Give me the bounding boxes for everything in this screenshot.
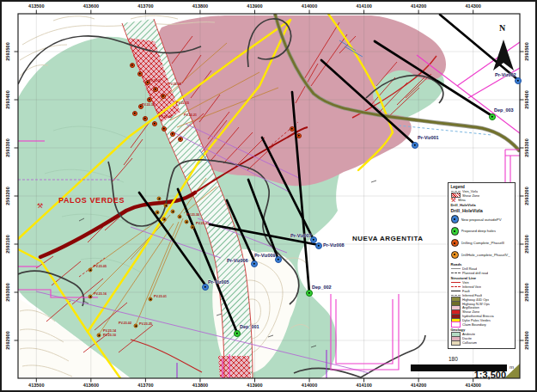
drill-hole-dot-core xyxy=(179,216,180,217)
legend-swatch-line-icon xyxy=(451,295,461,296)
legend-item: ⚒Mina xyxy=(451,198,513,202)
drill-hole-dot xyxy=(162,217,167,222)
drill-hole-dot-pr-viz009 xyxy=(275,256,282,263)
axis-label-right: 2593300 xyxy=(524,138,529,156)
axis-label-bottom: 413600 xyxy=(83,383,99,388)
legend-point-core xyxy=(454,230,455,232)
drill-hole-id-label: PV-23-01 xyxy=(154,295,167,298)
drill-hole-dot xyxy=(152,121,157,126)
drill-hole-dot-core xyxy=(89,296,91,297)
scale-ratio: 1:3,500 xyxy=(429,370,506,380)
drill-hole-id-label: PV-23-16 xyxy=(94,292,107,296)
drill-hole-dot-pr-viz002 xyxy=(515,77,522,84)
axis-label-left: 2593300 xyxy=(5,138,10,156)
legend-swatch-line-icon xyxy=(451,286,461,287)
legend-item: Planned drill road xyxy=(451,271,513,275)
drill-hole-dot-core xyxy=(98,334,100,336)
drill-hole-dot xyxy=(130,63,135,68)
drill-hole-dot-core xyxy=(162,95,164,97)
drill-hole-dot-core xyxy=(172,211,174,212)
drill-hole-dot xyxy=(170,132,175,137)
legend-panel: LegendVein_VizlaShear Zone⚒MinaDrill_Hol… xyxy=(448,182,516,349)
drill-hole-dot xyxy=(97,334,101,338)
drill-hole-label: Pr-Viz008 xyxy=(323,242,345,248)
legend-item: Proposed deep holes xyxy=(451,225,513,237)
drill-hole-id-label: PV-22-08 xyxy=(168,83,181,86)
legend-item-label: Claim Boundary xyxy=(462,322,486,327)
legend-item-label: Planned drill road xyxy=(462,271,488,275)
north-arrow-icon xyxy=(493,40,514,70)
drill-hole-dot xyxy=(88,268,93,273)
legend-item-label: Drilling Complete_PhaseIII xyxy=(461,241,505,245)
drill-hole-dot-core xyxy=(131,64,133,66)
drill-hole-dot xyxy=(191,225,195,230)
drill-hole-dot xyxy=(164,204,168,208)
axis-label-bottom: 414200 xyxy=(411,383,426,388)
axis-label-top: 413800 xyxy=(192,3,208,9)
drill-hole-dot-core xyxy=(135,325,137,327)
axis-label-bottom: 414100 xyxy=(356,383,371,388)
drill-hole-dot-core xyxy=(278,259,279,260)
drill-hole-dot xyxy=(185,220,189,224)
legend-swatch-line-icon xyxy=(451,273,461,273)
drill-hole-dot xyxy=(149,297,153,302)
drill-hole-dot-core xyxy=(204,286,206,288)
legend-swatch-point-icon xyxy=(451,251,460,260)
drill-hole-dot xyxy=(157,197,162,201)
drill-hole-dot-core xyxy=(313,239,314,241)
legend-item: New proposal outsidePV xyxy=(451,213,513,225)
legend-item-label: Proposed deep holes xyxy=(461,229,497,233)
drill-hole-id-label: PV-23-02 xyxy=(119,322,131,325)
drill-hole-id-label: PV-23-30 xyxy=(186,213,199,217)
axis-label-left: 2593500 xyxy=(5,42,10,60)
legend-swatch-line-icon xyxy=(451,268,461,269)
legend-item: Claim Boundary xyxy=(451,322,513,327)
drill-hole-dot-core xyxy=(291,128,293,130)
drill-hole-dot-core xyxy=(134,113,136,114)
drill-hole-id-label: PV-23-05 xyxy=(94,265,107,268)
legend-swatch-pickaxe-icon: ⚒ xyxy=(451,197,456,203)
drill-hole-label: Pr-Viz007 xyxy=(290,233,312,238)
drill-hole-dot-core xyxy=(163,218,165,220)
drill-hole-label: Dep_002 xyxy=(312,285,332,290)
axis-label-top: 414200 xyxy=(411,3,426,9)
drill-hole-id-label: PV-23-10 xyxy=(103,334,116,337)
drill-hole-dot-core xyxy=(149,99,150,101)
scale-distance: 180 xyxy=(449,356,458,362)
drill-hole-dot-core xyxy=(253,263,255,265)
drill-hole-dot-core xyxy=(163,128,165,130)
drill-hole-dot xyxy=(296,133,302,138)
legend-item-label: Mina xyxy=(458,198,465,202)
drill-hole-dot-core xyxy=(144,118,146,119)
north-label: N xyxy=(499,23,505,33)
region-label-palos-verdes: PALOS VERDES xyxy=(58,196,125,205)
drill-hole-id-label: PV-22-34 xyxy=(142,103,155,107)
drill-hole-dot-core xyxy=(186,221,187,223)
drill-hole-dot xyxy=(290,126,295,132)
legend-swatch-point-icon xyxy=(451,215,460,224)
shear-hatch-bottom xyxy=(218,356,251,378)
axis-label-left: 2593100 xyxy=(5,235,10,253)
axis-label-bottom: 413800 xyxy=(192,383,208,388)
drill-hole-dot xyxy=(178,215,182,219)
drill-hole-dot xyxy=(134,324,138,328)
drill-hole-dot-dep_003 xyxy=(489,113,496,120)
drill-hole-id-label: PV-23-33 xyxy=(196,222,209,225)
drill-hole-id-label: PV-22-15 xyxy=(176,101,189,105)
axis-label-right: 2593000 xyxy=(524,283,529,301)
drill-hole-label: Dep_001 xyxy=(240,324,259,329)
legend-item-label: New proposal outsidePV xyxy=(461,217,502,222)
drill-hole-id-label: PV-22-21 xyxy=(184,113,197,117)
drill-hole-dot-core xyxy=(308,292,310,294)
legend-point-core xyxy=(454,254,455,255)
legend-point-core xyxy=(454,218,455,220)
region-label-nueva-argentita: NUEVA ARGENTITA xyxy=(352,235,424,242)
axis-label-top: 413500 xyxy=(28,3,44,9)
legend-swatch-point-icon xyxy=(451,239,460,248)
legend-swatch-line-icon xyxy=(451,282,461,283)
axis-label-bottom: 414000 xyxy=(302,383,317,388)
axis-label-right: 2593500 xyxy=(524,42,529,60)
drill-hole-dot-core xyxy=(89,269,91,271)
drill-hole-dot-pr-viz008 xyxy=(315,242,322,249)
mine-pickaxe-icon: ⚒ xyxy=(37,202,43,210)
